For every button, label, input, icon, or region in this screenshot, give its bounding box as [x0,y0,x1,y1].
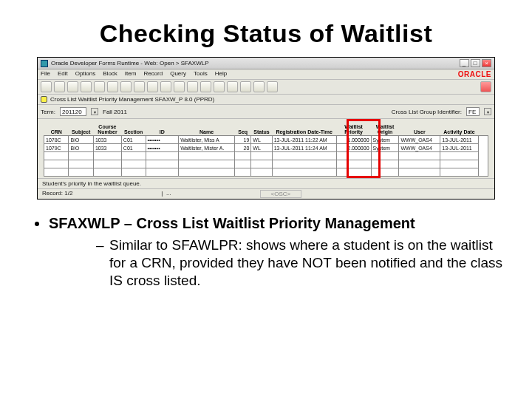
cell-origin: System [371,136,399,144]
waitlist-table: CRN Subject Course Number Section ID Nam… [44,123,488,177]
table-row-empty [44,152,488,160]
toolbar-button[interactable] [214,81,225,92]
term-field[interactable]: 201120 [60,107,86,116]
brand-logo: ORACLE [458,70,491,78]
cell-sec: C01 [121,136,146,144]
cell-status: WL [251,136,272,144]
cell-seq: 19 [235,136,251,144]
cell-crn: 1079C [44,144,69,152]
record-status-bar: Record: 1/2 | ... <OSC> [38,189,494,199]
window-controls: _ □ × [460,59,491,67]
col-id: ID [146,123,179,136]
col-regdt: Registration Date-Time [272,123,336,136]
col-origin: Waitlist Origin [371,123,399,136]
term-label: Term: [41,109,55,115]
table-row[interactable]: 1079C BIO 1033 C01 ••••••• Waitlister, M… [44,144,488,152]
col-name: Name [179,123,235,136]
menu-record[interactable]: Record [143,70,163,78]
col-priority: Waitlist Priority [336,123,371,136]
col-status: Status [251,123,272,136]
bullet-main-rest: – Cross List Waitlist Priority Managemen… [120,215,415,231]
col-section: Section [121,123,146,136]
table-row-empty [44,168,488,177]
close-button[interactable]: × [482,59,491,67]
form-header-text: Cross List Waitlist Priority Management … [50,96,214,103]
table-row-empty [44,160,488,168]
group-field[interactable]: FE [466,107,480,116]
menu-tools[interactable]: Tools [194,70,208,78]
toolbar-button[interactable] [253,81,265,92]
cell-id: ••••••• [146,144,179,152]
toolbar-button[interactable] [174,81,185,92]
menubar: File Edit Options Block Item Record Quer… [38,69,494,80]
toolbar-button[interactable] [160,81,171,92]
cell-actdt: 13-JUL-2011 [440,136,478,144]
menu-edit[interactable]: Edit [58,70,68,78]
cell-subj: BIO [69,144,93,152]
cell-user: WWW_OAS4 [399,136,440,144]
cell-num: 1033 [93,136,121,144]
term-dropdown-icon[interactable]: ▾ [91,108,98,115]
col-crn: CRN [44,123,69,136]
col-user: User [399,123,440,136]
cell-priority: 2.000000 [336,144,371,152]
table-row[interactable]: 1078C BIO 1033 C01 ••••••• Waitlister, M… [44,136,488,144]
bullet-sub: Similar to SFAWLPR: shows where a studen… [96,236,504,290]
term-desc: Fall 2011 [103,109,127,115]
group-dropdown-icon[interactable]: ▾ [484,108,491,115]
form-icon [41,96,47,103]
menu-file[interactable]: File [41,70,50,78]
cell-seq: 20 [235,144,251,152]
slide-title: Checking Status of Waitlist [28,19,504,48]
group-label: Cross List Group Identifier: [392,109,462,115]
toolbar-button[interactable] [81,81,92,92]
scrollbar[interactable] [478,136,488,177]
col-actdt: Activity Date [440,123,478,136]
cell-sec: C01 [121,144,146,152]
toolbar-button[interactable] [107,81,118,92]
menu-block[interactable]: Block [103,70,117,78]
cell-status: WL [251,144,272,152]
cell-user: WWW_OAS4 [399,144,440,152]
menu-query[interactable]: Query [170,70,186,78]
toolbar-button[interactable] [94,81,105,92]
form-header: Cross List Waitlist Priority Management … [38,95,494,105]
menu-help[interactable]: Help [215,70,227,78]
menu-item[interactable]: Item [125,70,137,78]
toolbar-button[interactable] [134,81,145,92]
toolbar-button[interactable] [187,81,198,92]
menu-options[interactable]: Options [75,70,96,78]
cell-name: Waitlister, Mister A. [179,144,235,152]
cell-regdt: 13-JUL-2011 11:22 AM [272,136,336,144]
col-seq: Seq [235,123,251,136]
col-subject: Subject [69,123,93,136]
osc-indicator: <OSC> [260,190,302,198]
toolbar-button[interactable] [147,81,158,92]
toolbar-button[interactable] [267,81,278,92]
cell-id: ••••••• [146,136,179,144]
window-title-text: Oracle Developer Forms Runtime - Web: Op… [51,60,208,66]
cell-regdt: 13-JUL-2011 11:24 AM [272,144,336,152]
cell-crn: 1078C [44,136,69,144]
minimize-button[interactable]: _ [460,59,469,67]
filter-bar: Term: 201120 ▾ Fall 2011 Cross List Grou… [38,105,494,119]
bullet-main: SFAXWLP – Cross List Waitlist Priority M… [49,214,504,290]
form-code: SFAXWLP [49,215,120,231]
cell-priority: 1.000000 [336,136,371,144]
toolbar-button[interactable] [120,81,132,92]
status-message: Student's priority in the waitlist queue… [38,179,494,189]
toolbar-button[interactable] [240,81,251,92]
maximize-button[interactable]: □ [471,59,480,67]
toolbar-button[interactable] [227,81,238,92]
window-titlebar: Oracle Developer Forms Runtime - Web: Op… [38,58,494,69]
toolbar-button[interactable] [200,81,211,92]
toolbar-button[interactable] [480,81,491,92]
toolbar-button[interactable] [54,81,65,92]
app-screenshot: Oracle Developer Forms Runtime - Web: Op… [37,57,495,200]
cell-actdt: 13-JUL-2011 [440,144,478,152]
bullet-list: SFAXWLP – Cross List Waitlist Priority M… [28,214,504,290]
toolbar-button[interactable] [41,81,52,92]
toolbar-button[interactable] [67,81,78,92]
data-grid-area: CRN Subject Course Number Section ID Nam… [38,119,494,179]
app-icon [41,60,48,67]
